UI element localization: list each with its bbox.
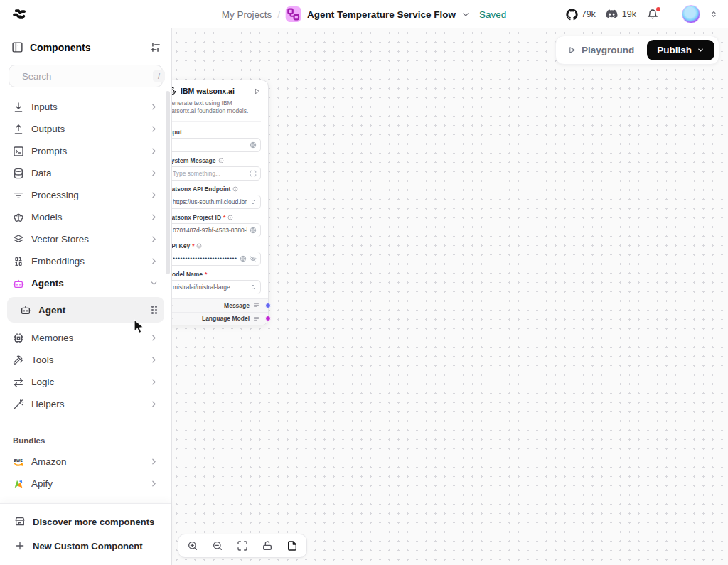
search-input[interactable] [22,71,147,82]
sidebar-item-logic[interactable]: Logic [7,371,164,393]
new-custom-component-button[interactable]: New Custom Component [9,534,163,558]
field-watsonx-api-endpoint: watsonx API Endpoint https://us-south.ml… [172,185,261,209]
output-row-language-model[interactable]: Language Model [172,312,268,325]
lock-button[interactable] [262,540,273,551]
chevron-right-icon [149,168,159,178]
field-model-name: Model Name* mistralai/mistral-large [172,271,261,294]
canvas-toolbar [178,534,307,558]
github-icon [566,9,578,21]
plus-icon [14,540,26,551]
sidebar-item-prompts[interactable]: Prompts [7,140,164,162]
github-count: 79k [582,9,596,19]
sidebar-title: Components [30,42,143,53]
flow-title[interactable]: Agent Temperature Service Flow [307,9,456,20]
langflow-logo-icon[interactable] [10,5,28,23]
filter-settings-icon[interactable] [149,41,161,53]
notification-dot [656,7,660,11]
node-ibm-watsonx[interactable]: IBM watsonx.ai Generate text using IBM w… [172,80,269,325]
download-icon [13,102,24,113]
run-node-play-icon[interactable] [253,87,261,95]
sidebar-item-embeddings[interactable]: Embeddings [7,250,164,272]
field-system-message: System Message Type something... [172,157,261,181]
info-icon [232,186,238,192]
breadcrumb-projects-link[interactable]: My Projects [222,9,272,20]
model-name-select[interactable]: mistralai/mistral-large [172,280,261,294]
eye-off-icon[interactable] [172,315,173,322]
chevron-right-icon [149,146,159,156]
hammer-icon [13,355,24,366]
zoom-in-button[interactable] [187,540,198,551]
arrow-left-right-icon [13,377,24,388]
sidebar-item-amazon[interactable]: aws Amazon [7,451,164,473]
wand-icon [13,399,24,410]
playground-button[interactable]: Playground [560,41,641,59]
sidebar-item-tools[interactable]: Tools [7,349,164,371]
flow-title-chevron-down-icon[interactable] [461,10,471,19]
output-type-icon [253,302,259,308]
zoom-out-button[interactable] [212,540,223,551]
notifications-button[interactable] [647,9,658,20]
output-port-language-model[interactable] [265,316,271,321]
publish-button[interactable]: Publish [647,40,714,60]
apify-logo-icon [13,478,24,490]
discord-count: 19k [622,9,636,19]
header-divider [670,7,670,21]
required-marker: * [223,214,225,221]
user-avatar[interactable] [682,5,700,23]
api-key-field[interactable]: •••••••••••••••••••••••••• [172,252,261,266]
chevron-right-icon [149,124,159,134]
globe-icon[interactable] [250,227,257,234]
component-search[interactable]: / [9,65,163,87]
eye-off-icon[interactable] [172,302,173,309]
chevrons-up-down-icon [250,284,257,291]
fit-view-button[interactable] [237,540,248,551]
project-id-field[interactable]: 0701487d-97bf-4583-8380-b3cb... [172,223,261,237]
store-icon [14,516,26,527]
field-watsonx-project-id: watsonx Project ID* 0701487d-97bf-4583-8… [172,214,261,237]
terminal-square-icon [13,146,24,157]
github-stars[interactable]: 79k [566,9,596,21]
sidebar-item-helpers[interactable]: Helpers [7,393,164,415]
database-icon [13,168,24,179]
bundles-section-label: Bundles [7,434,164,451]
sidebar-scrollbar[interactable] [166,91,170,274]
filter-lines-icon [13,190,24,201]
info-icon [228,215,233,220]
api-endpoint-select[interactable]: https://us-south.ml.cloud.ibm.c... [172,195,261,209]
node-title: IBM watsonx.ai [181,87,250,95]
globe-icon[interactable] [250,141,257,149]
account-chevrons-icon[interactable] [710,10,718,18]
chevron-right-icon [149,457,159,466]
chevron-down-icon [697,46,705,54]
drag-grip-icon[interactable] [151,306,157,314]
sidebar-item-outputs[interactable]: Outputs [7,118,164,140]
flow-canvas[interactable]: Playground Publish IBM watsonx.ai [172,28,728,565]
globe-icon[interactable] [240,255,247,262]
cpu-icon [13,333,24,344]
sidebar-item-processing[interactable]: Processing [7,184,164,206]
input-field[interactable] [172,138,261,152]
sidebar-item-models[interactable]: Models [7,206,164,228]
sidebar-item-apify[interactable]: Apify [7,473,164,495]
sidebar-item-vector-stores[interactable]: Vector Stores [7,228,164,250]
output-row-message[interactable]: Message [172,299,268,312]
save-status: Saved [479,9,506,20]
sidebar-item-data[interactable]: Data [7,162,164,184]
eye-off-icon[interactable] [250,255,257,262]
system-message-field[interactable]: Type something... [172,166,261,181]
expand-icon[interactable] [250,170,257,177]
output-port-message[interactable] [265,303,271,308]
discord-members[interactable]: 19k [605,9,636,20]
play-icon [567,45,577,55]
sidebar-item-inputs[interactable]: Inputs [7,96,164,118]
add-note-button[interactable] [287,540,298,551]
chevron-right-icon [149,399,159,409]
info-icon [196,243,202,249]
sidebar-item-agents[interactable]: Agents [7,272,164,294]
discover-more-components-button[interactable]: Discover more components [9,510,163,534]
field-api-key: API Key* •••••••••••••••••••••••••• [172,242,261,266]
chevron-right-icon [149,190,159,200]
breadcrumb: My Projects / Agent Temperature Service … [222,0,507,28]
output-type-icon [253,316,259,322]
binary-icon [13,256,24,267]
